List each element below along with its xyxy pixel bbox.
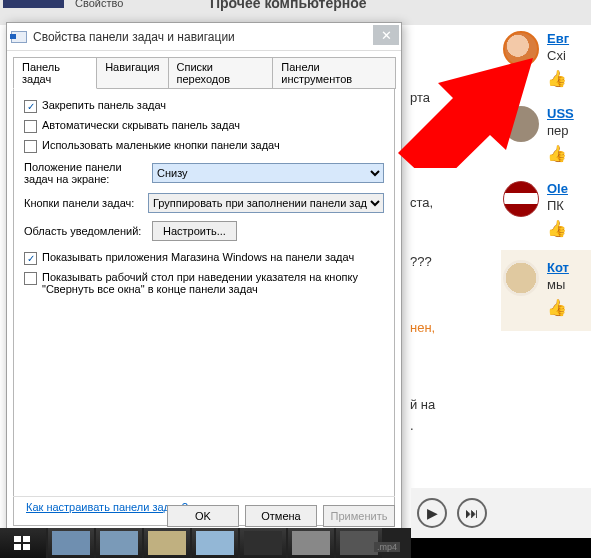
buttons-label: Кнопки панели задач:: [24, 197, 142, 209]
avatar[interactable]: [503, 31, 539, 67]
taskbar-thumb[interactable]: [192, 528, 238, 558]
taskbar-thumb[interactable]: [240, 528, 286, 558]
like-icon[interactable]: 👍: [547, 69, 569, 88]
like-icon[interactable]: 👍: [547, 298, 569, 317]
bg-text-1: рта: [410, 90, 430, 105]
svg-rect-2: [23, 536, 30, 542]
video-strip: [411, 538, 591, 558]
checkbox-smallbuttons[interactable]: [24, 140, 37, 153]
bg-text-5: й на: [410, 397, 435, 412]
apply-button: Применить: [323, 505, 395, 527]
comment-item: Ole ПК 👍: [501, 175, 591, 238]
svg-rect-1: [14, 536, 21, 542]
taskbar-thumb[interactable]: [48, 528, 94, 558]
taskbar[interactable]: .mp4: [0, 528, 411, 558]
close-button[interactable]: ✕: [373, 25, 399, 45]
checkbox-lock[interactable]: ✓: [24, 100, 37, 113]
tab-navigation[interactable]: Навигация: [96, 57, 168, 89]
svg-rect-4: [23, 544, 30, 550]
comment-user[interactable]: Евг: [547, 31, 569, 46]
checkbox-storeapps[interactable]: ✓: [24, 252, 37, 265]
titlebar[interactable]: Свойства панели задач и навигации ✕: [7, 23, 401, 51]
comment-user[interactable]: Ole: [547, 181, 568, 196]
like-icon[interactable]: 👍: [547, 144, 574, 163]
comment-text: мы: [547, 277, 569, 292]
avatar[interactable]: [503, 106, 539, 142]
checkbox-autohide[interactable]: [24, 120, 37, 133]
play-button[interactable]: ▶: [417, 498, 447, 528]
bg-heading: Прочее компьютерное: [210, 0, 367, 11]
comment-user[interactable]: Кот: [547, 260, 569, 275]
taskbar-properties-dialog: Свойства панели задач и навигации ✕ Пане…: [6, 22, 402, 535]
buttons-combo[interactable]: Группировать при заполнении панели зад: [148, 193, 384, 213]
position-combo[interactable]: Снизу: [152, 163, 384, 183]
tab-strip: Панель задач Навигация Списки переходов …: [7, 51, 401, 89]
system-icon: [11, 31, 27, 43]
comment-text: Схі: [547, 48, 569, 63]
tab-taskbar[interactable]: Панель задач: [13, 57, 97, 89]
like-icon[interactable]: 👍: [547, 219, 568, 238]
checkbox-lock-label: Закрепить панель задач: [42, 99, 166, 111]
taskbar-thumb[interactable]: [144, 528, 190, 558]
taskbar-thumb[interactable]: [96, 528, 142, 558]
svg-rect-3: [14, 544, 21, 550]
checkbox-storeapps-label: Показывать приложения Магазина Windows н…: [42, 251, 354, 263]
taskbar-thumb[interactable]: [288, 528, 334, 558]
comment-user[interactable]: USS: [547, 106, 574, 121]
avatar[interactable]: [503, 181, 539, 217]
ok-button[interactable]: OK: [167, 505, 239, 527]
start-button[interactable]: [0, 528, 46, 558]
position-label: Положение панели задач на экране:: [24, 161, 146, 185]
tab-panel: ✓ Закрепить панель задач Автоматически с…: [13, 88, 395, 526]
next-button[interactable]: ⏭: [457, 498, 487, 528]
bg-text-3: ???: [410, 254, 432, 269]
bg-text-4: нен,: [410, 320, 435, 335]
checkbox-smallbuttons-label: Использовать маленькие кнопки панели зад…: [42, 139, 280, 151]
avatar[interactable]: [503, 260, 539, 296]
comment-item: USS пер 👍: [501, 100, 591, 163]
checkbox-autohide-label: Автоматически скрывать панель задач: [42, 119, 240, 131]
customize-button[interactable]: Настроить...: [152, 221, 237, 241]
checkbox-peek[interactable]: [24, 272, 37, 285]
checkbox-peek-label: Показывать рабочий стол при наведении ук…: [42, 271, 372, 295]
comment-item: Евг Схі 👍: [501, 25, 591, 88]
media-controls: ▶ ⏭: [411, 488, 591, 538]
tab-toolbars[interactable]: Панели инструментов: [272, 57, 396, 89]
close-icon: ✕: [381, 28, 392, 43]
bg-text-6: .: [410, 418, 414, 433]
mp4-tag: .mp4: [374, 542, 400, 552]
comment-item: Кот мы 👍: [501, 254, 591, 317]
comment-text: ПК: [547, 198, 568, 213]
tab-jumplists[interactable]: Списки переходов: [168, 57, 274, 89]
bg-text-2: ста,: [410, 195, 433, 210]
cancel-button[interactable]: Отмена: [245, 505, 317, 527]
button-bar: OK Отмена Применить: [13, 496, 395, 528]
comments-column: Евг Схі 👍 USS пер 👍 Ole ПК 👍 Кот мы 👍: [501, 25, 591, 331]
notif-label: Область уведомлений:: [24, 225, 146, 237]
bg-tab-label: Свойство: [75, 0, 123, 9]
dialog-title: Свойства панели задач и навигации: [33, 30, 235, 44]
comment-text: пер: [547, 123, 574, 138]
